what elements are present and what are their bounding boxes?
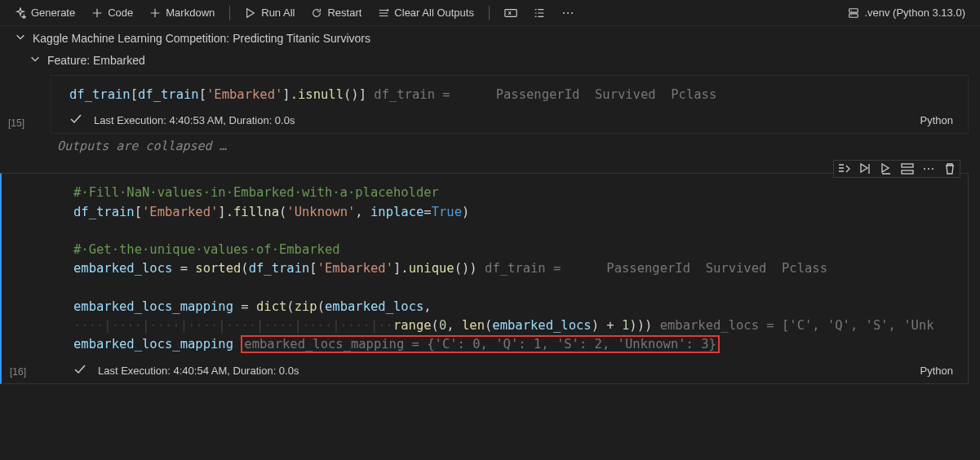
clear-label: Clear All Outputs — [394, 7, 474, 19]
cell-15: df_train[df_train['Embarked'].isnull()] … — [0, 75, 980, 134]
split-icon[interactable] — [901, 162, 914, 175]
code-label: Code — [108, 7, 133, 19]
notebook-toolbar: Generate Code Markdown Run All Restart C… — [0, 0, 980, 26]
generate-label: Generate — [31, 7, 75, 19]
ellipsis-icon[interactable] — [922, 163, 935, 175]
svg-rect-5 — [849, 13, 858, 16]
separator — [229, 6, 230, 20]
markdown-label: Markdown — [166, 7, 215, 19]
svg-point-10 — [924, 168, 925, 170]
delete-icon[interactable] — [943, 162, 956, 175]
svg-point-11 — [928, 168, 929, 170]
code-editor[interactable]: #·Fill·NaN·values·in·Embarked·with·a·pla… — [51, 174, 968, 359]
run-above-icon[interactable] — [858, 162, 871, 175]
variables-icon — [504, 7, 517, 19]
cell-status-bar: Last Execution: 4:40:54 AM, Duration: 0.… — [51, 360, 968, 383]
heading-1-text: Kaggle Machine Learning Competition: Pre… — [33, 32, 370, 45]
restart-icon — [311, 7, 322, 19]
cell-status-bar: Last Execution: 4:40:53 AM, Duration: 0.… — [51, 109, 968, 133]
chevron-down-icon — [29, 53, 41, 67]
svg-rect-8 — [902, 164, 913, 167]
kernel-label: .venv (Python 3.13.0) — [864, 7, 965, 19]
code-editor[interactable]: df_train[df_train['Embarked'].isnull()] … — [51, 76, 968, 109]
chevron-down-icon — [15, 31, 26, 45]
cell-language[interactable]: Python — [920, 365, 958, 377]
svg-point-1 — [563, 12, 565, 14]
inline-value-highlight: embarked_locs_mapping = {'C': 0, 'Q': 1,… — [241, 335, 720, 353]
clear-icon — [378, 7, 389, 19]
restart-label: Restart — [327, 7, 361, 19]
svg-rect-0 — [505, 9, 517, 16]
sparkle-icon — [15, 7, 26, 19]
svg-point-2 — [567, 12, 569, 14]
restart-button[interactable]: Restart — [304, 4, 368, 21]
svg-rect-4 — [849, 8, 858, 11]
cell-exec-count: [15] — [8, 117, 24, 129]
server-icon — [848, 7, 859, 19]
status-text: Last Execution: 4:40:53 AM, Duration: 0.… — [94, 114, 295, 126]
svg-rect-9 — [902, 170, 913, 174]
svg-point-12 — [932, 168, 933, 170]
run-all-button[interactable]: Run All — [238, 4, 301, 21]
heading-2-text: Feature: Embarked — [47, 54, 145, 67]
cell-16: #·Fill·NaN·values·in·Embarked·with·a·pla… — [0, 173, 980, 383]
more-button[interactable] — [555, 5, 581, 21]
run-below-icon[interactable] — [880, 162, 893, 175]
outline-icon — [534, 7, 545, 19]
run-all-label: Run All — [261, 7, 295, 19]
add-code-button[interactable]: Code — [85, 4, 140, 21]
ellipsis-icon — [561, 7, 574, 19]
status-text: Last Execution: 4:40:54 AM, Duration: 0.… — [98, 365, 299, 377]
variables-button[interactable] — [498, 5, 524, 21]
clear-outputs-button[interactable]: Clear All Outputs — [371, 4, 481, 21]
collapsed-text: Outputs are collapsed — [57, 139, 212, 153]
cell-language[interactable]: Python — [920, 114, 958, 126]
ellipsis-icon: … — [220, 139, 227, 153]
outline-button[interactable] — [527, 5, 552, 21]
cell-exec-count: [16] — [10, 366, 26, 378]
heading-row-2[interactable]: Feature: Embarked — [0, 48, 980, 70]
add-markdown-button[interactable]: Markdown — [143, 4, 221, 21]
cell-body[interactable]: #·Fill·NaN·values·in·Embarked·with·a·pla… — [0, 173, 969, 383]
check-icon — [73, 363, 86, 378]
svg-point-3 — [571, 12, 573, 14]
run-by-line-icon[interactable] — [837, 162, 850, 175]
svg-point-6 — [851, 10, 852, 11]
svg-point-7 — [851, 15, 852, 15]
plus-icon — [91, 7, 103, 19]
plus-icon — [149, 7, 161, 19]
heading-row-1[interactable]: Kaggle Machine Learning Competition: Pre… — [0, 26, 980, 48]
run-all-icon — [245, 7, 256, 19]
cell-body[interactable]: df_train[df_train['Embarked'].isnull()] … — [51, 75, 969, 134]
separator — [489, 6, 490, 20]
generate-button[interactable]: Generate — [8, 4, 82, 21]
check-icon — [69, 113, 82, 128]
cell-toolbar — [833, 160, 960, 178]
kernel-selector[interactable]: .venv (Python 3.13.0) — [841, 4, 972, 21]
